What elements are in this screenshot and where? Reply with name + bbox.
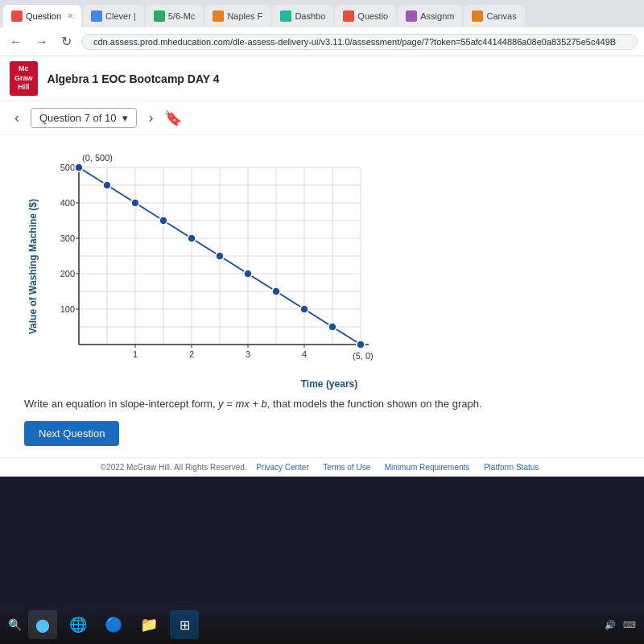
tab-favicon [11,10,23,22]
tab-canvas1[interactable]: Canvas [464,5,524,27]
mgh-header: Mc Graw Hill Algebra 1 EOC Bootcamp DAY … [0,56,644,101]
taskbar-windows-btn[interactable]: ⊞ [170,610,199,639]
min-req-link[interactable]: Minimum Requirements [385,463,470,472]
tab-favicon [91,10,102,22]
taskbar-cortana-btn[interactable]: ⬤ [28,610,57,639]
question-text: Write an equation in slope-intercept for… [0,390,644,410]
tab-favicon [154,10,165,22]
tab-bar: Question × Clever | 5/6-Mc Naples F Dash… [0,0,644,27]
back-button[interactable]: ← [6,33,26,51]
address-bar-row: ← → ↻ [0,27,644,56]
mgh-logo: Mc Graw Hill [10,61,38,96]
refresh-button[interactable]: ↻ [58,32,75,51]
tab-favicon [406,10,417,22]
platform-status-link[interactable]: Platform Status [484,463,539,472]
taskbar-chrome-btn[interactable]: 🔵 [99,610,128,639]
tab-favicon [343,10,354,22]
tab-label: 5/6-Mc [168,11,196,21]
tab-label: Clever | [105,11,136,21]
tab-question[interactable]: Question × [3,5,81,27]
question-selector[interactable]: Question 7 of 10 ▾ [31,108,137,128]
graph-container: Value of Washing Machine ($) Time (years… [24,143,620,390]
tab-label: Canvas [486,11,516,21]
dropdown-arrow-icon: ▾ [122,112,128,124]
forward-button[interactable]: → [32,33,52,51]
browser-chrome: Question × Clever | 5/6-Mc Naples F Dash… [0,0,644,56]
question-label: Question 7 of 10 [39,112,116,124]
tab-favicon [213,10,224,22]
question-body: Write an equation in slope-intercept for… [24,398,482,410]
terms-link[interactable]: Terms of Use [323,463,370,472]
tab-dashbo[interactable]: Dashbo [272,5,333,27]
address-input[interactable] [81,34,638,50]
footer-links: Privacy Center Terms of Use Minimum Requ… [249,463,543,472]
tab-label: Naples F [227,11,262,21]
page-footer: ©2022 McGraw Hill. All Rights Reserved. … [0,457,644,477]
copyright-text: ©2022 McGraw Hill. All Rights Reserved. [101,463,247,472]
bookmark-icon[interactable]: 🔖 [164,109,182,127]
tab-questio2[interactable]: Questio [335,5,396,27]
next-question-button[interactable]: › [143,108,158,128]
taskbar: 🔍 ⬤ 🌐 🔵 📁 ⊞ 🔊 ⌨ [0,605,644,644]
page-title: Algebra 1 EOC Bootcamp DAY 4 [47,72,220,85]
privacy-link[interactable]: Privacy Center [256,463,309,472]
y-axis-label: Value of Washing Machine ($) [24,199,39,334]
tab-assignm[interactable]: Assignm [398,5,462,27]
graph-section: Value of Washing Machine ($) Time (years… [0,135,644,390]
next-question-btn[interactable]: Next Question [24,421,119,446]
graph-inner: Time (years) [39,143,620,390]
taskbar-file-btn[interactable]: 📁 [134,610,163,639]
taskbar-search-icon: 🔍 [8,618,22,631]
tab-label: Questio [357,11,388,21]
tab-close-icon[interactable]: × [68,10,73,22]
graph-canvas [39,143,385,377]
chrome-icon: 🔵 [105,616,122,634]
tab-label: Assignm [420,11,454,21]
tab-naples[interactable]: Naples F [204,5,270,27]
cortana-icon: ⬤ [35,617,50,633]
tab-label: Dashbo [295,11,325,21]
taskbar-search-area: 🔍 [8,618,22,631]
file-icon: 📁 [140,616,158,634]
x-axis-label: Time (years) [39,378,620,390]
tab-favicon [472,10,483,22]
tab-5-6mc[interactable]: 5/6-Mc [146,5,204,27]
taskbar-clock: 🔊 ⌨ [605,620,636,630]
tab-label: Question [26,11,61,21]
page-content: Mc Graw Hill Algebra 1 EOC Bootcamp DAY … [0,56,644,477]
edge-icon: 🌐 [69,616,87,634]
question-nav: ‹ Question 7 of 10 ▾ › 🔖 [0,101,644,135]
tab-clever[interactable]: Clever | [83,5,144,27]
tab-favicon [280,10,291,22]
prev-question-button[interactable]: ‹ [10,108,24,128]
taskbar-edge-btn[interactable]: 🌐 [64,610,93,639]
windows-icon: ⊞ [180,617,190,633]
